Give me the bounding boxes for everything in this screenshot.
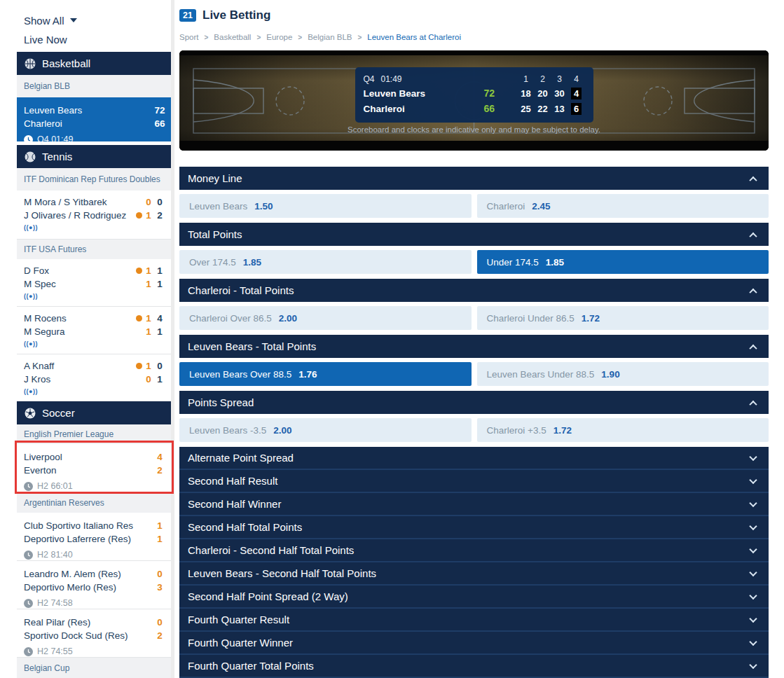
match-pilar-docksud[interactable]: Real Pilar (Res) 0 Sportivo Dock Sud (Re…	[17, 609, 171, 658]
breadcrumb-sport[interactable]: Sport	[179, 33, 199, 41]
quarter-score: 13	[554, 104, 564, 114]
team-row: Deportivo Merlo (Res) 3	[24, 581, 165, 594]
team-score: 1	[154, 520, 165, 531]
show-all-label: Show All	[24, 15, 64, 27]
chevron-up-icon	[749, 176, 757, 184]
sport-header-soccer[interactable]: Soccer	[17, 401, 171, 424]
sidebar-scrollbar[interactable]	[171, 0, 174, 678]
selection-over-total[interactable]: Over 174.5 1.85	[179, 250, 472, 274]
league-label-argentinian-reserves: Argentinian Reserves	[17, 493, 171, 513]
league-label-belgian-cup: Belgian Cup	[17, 658, 171, 678]
clock-icon	[24, 551, 33, 560]
match-liverpool-everton[interactable]: Liverpool 4 Everton 2 H2 66:01	[17, 444, 171, 493]
sport-header-basketball[interactable]: Basketball	[17, 52, 171, 75]
soccer-icon	[25, 408, 36, 419]
market-header-second-half-total-points[interactable]: Second Half Total Points	[179, 516, 769, 539]
player-name: M Mora / S Yitbarek	[24, 197, 135, 207]
selection-odds: 2.00	[279, 313, 297, 324]
selection-label: Over 174.5	[189, 257, 236, 268]
chevron-down-icon	[749, 637, 757, 645]
market-header-money-line[interactable]: Money Line	[179, 167, 769, 190]
market-title: Charleroi - Second Half Total Points	[188, 544, 354, 556]
clock-icon	[24, 482, 33, 491]
player-name: M Spec	[24, 279, 135, 289]
team-score: 2	[154, 630, 165, 641]
market-header-charleroi-total-points[interactable]: Charleroi - Total Points	[179, 279, 769, 302]
market-header-second-half-result[interactable]: Second Half Result	[179, 470, 769, 493]
serving-indicator-icon	[136, 268, 142, 274]
serve-slot	[135, 363, 143, 369]
market-title: Alternate Point Spread	[188, 452, 294, 464]
market-title: Second Half Result	[188, 475, 277, 487]
team-name: Deportivo Merlo (Res)	[24, 582, 154, 593]
market-header-alternate-point-spread[interactable]: Alternate Point Spread	[179, 447, 769, 470]
team-row: Liverpool 4	[24, 450, 165, 464]
match-italiano-laferrere[interactable]: Club Sportivo Italiano Res 1 Deportivo L…	[17, 513, 171, 561]
team-row: M Spec 1 1	[24, 277, 165, 291]
team-name: Real Pilar (Res)	[24, 617, 154, 628]
breadcrumb-separator: >	[298, 34, 302, 41]
market-header-fourth-quarter-total-points[interactable]: Fourth Quarter Total Points	[179, 655, 769, 678]
market-header-fourth-quarter-winner[interactable]: Fourth Quarter Winner	[179, 632, 769, 655]
selection-label: Leuven Bears Under 88.5	[487, 369, 595, 380]
match-mora-olivares[interactable]: M Mora / S Yitbarek 0 0 J Olivares / R R…	[17, 191, 171, 240]
team-name: Everton	[24, 465, 154, 476]
market-header-leuven-total-points[interactable]: Leuven Bears - Total Points	[179, 335, 769, 358]
clock-icon	[24, 599, 33, 608]
match-knaff-kros[interactable]: A Knaff 1 0 J Kros 0 1 ((●))	[17, 354, 171, 401]
quarter-score: 25	[521, 104, 530, 114]
breadcrumb-separator: >	[205, 34, 209, 41]
market-header-total-points[interactable]: Total Points	[179, 223, 769, 246]
market-selections: Leuven Bears -3.5 2.00 Charleroi +3.5 1.…	[179, 418, 769, 442]
sets-score: 1	[143, 279, 154, 289]
market-header-leuven-second-half-total-points[interactable]: Leuven Bears - Second Half Total Points	[179, 562, 769, 586]
selection-leuven-over[interactable]: Leuven Bears Over 88.5 1.76	[179, 362, 472, 386]
scoreboard-period-clock: Q401:49	[364, 74, 484, 84]
games-score: 0	[154, 197, 165, 207]
selection-leuven-bears-ml[interactable]: Leuven Bears 1.50	[179, 194, 472, 218]
league-label-itf-dominican: ITF Dominican Rep Futures Doubles	[17, 168, 171, 191]
team-row: Leuven Bears 72	[24, 104, 165, 117]
market-header-second-half-winner[interactable]: Second Half Winner	[179, 493, 769, 516]
market-header-second-half-point-spread[interactable]: Second Half Point Spread (2 Way)	[179, 586, 769, 609]
sport-title: Soccer	[42, 407, 75, 419]
breadcrumb-belgian-blb[interactable]: Belgian BLB	[308, 33, 352, 41]
league-name: Belgian BLB	[24, 81, 70, 91]
team-score: 4	[154, 452, 165, 462]
live-now-link[interactable]: Live Now	[24, 29, 171, 49]
quarter-header: 2	[540, 74, 545, 84]
chevron-up-icon	[749, 400, 757, 408]
games-score: 0	[154, 361, 165, 371]
match-alem-merlo[interactable]: Leandro M. Alem (Res) 0 Deportivo Merlo …	[17, 561, 171, 609]
team-row: J Olivares / R Rodriguez 1 2	[24, 209, 165, 222]
team-score: 2	[154, 465, 165, 476]
chevron-down-icon	[749, 522, 757, 530]
market-selections: Charleroi Over 86.5 2.00 Charleroi Under…	[179, 306, 769, 330]
selection-leuven-spread[interactable]: Leuven Bears -3.5 2.00	[179, 418, 472, 442]
market-header-charleroi-second-half-total-points[interactable]: Charleroi - Second Half Total Points	[179, 539, 769, 562]
match-rocens-segura[interactable]: M Rocens 1 4 M Segura 1 1 ((●))	[17, 307, 171, 354]
team-name: Deportivo Laferrere (Res)	[24, 534, 154, 544]
selection-label: Leuven Bears Over 88.5	[189, 369, 291, 380]
selection-charleroi-under[interactable]: Charleroi Under 86.5 1.72	[477, 306, 769, 330]
selection-leuven-under[interactable]: Leuven Bears Under 88.5 1.90	[477, 362, 769, 386]
games-score: 1	[154, 374, 165, 385]
player-name: J Kros	[24, 374, 135, 385]
breadcrumb-europe[interactable]: Europe	[266, 33, 292, 41]
market-header-fourth-quarter-result[interactable]: Fourth Quarter Result	[179, 609, 769, 632]
market-header-points-spread[interactable]: Points Spread	[179, 391, 769, 414]
quarter-score: 20	[537, 88, 547, 99]
match-leuven-bears-charleroi[interactable]: Leuven Bears 72 Charleroi 66 Q4 01:49	[17, 97, 171, 143]
selection-label: Charleroi Under 86.5	[487, 313, 575, 324]
sport-header-tennis[interactable]: Tennis	[17, 145, 171, 168]
selection-under-total[interactable]: Under 174.5 1.85	[477, 250, 769, 274]
match-fox-spec[interactable]: D Fox 1 1 M Spec 1 1 ((●))	[17, 259, 171, 307]
breadcrumb-basketball[interactable]: Basketball	[214, 33, 251, 41]
selection-charleroi-ml[interactable]: Charleroi 2.45	[477, 194, 769, 218]
team-name: Club Sportivo Italiano Res	[24, 520, 154, 531]
show-all-dropdown[interactable]: Show All	[24, 11, 171, 29]
selection-charleroi-spread[interactable]: Charleroi +3.5 1.72	[477, 418, 769, 442]
selection-charleroi-over[interactable]: Charleroi Over 86.5 2.00	[179, 306, 472, 330]
sets-score: 1	[143, 326, 154, 337]
selection-odds: 2.45	[532, 201, 550, 212]
